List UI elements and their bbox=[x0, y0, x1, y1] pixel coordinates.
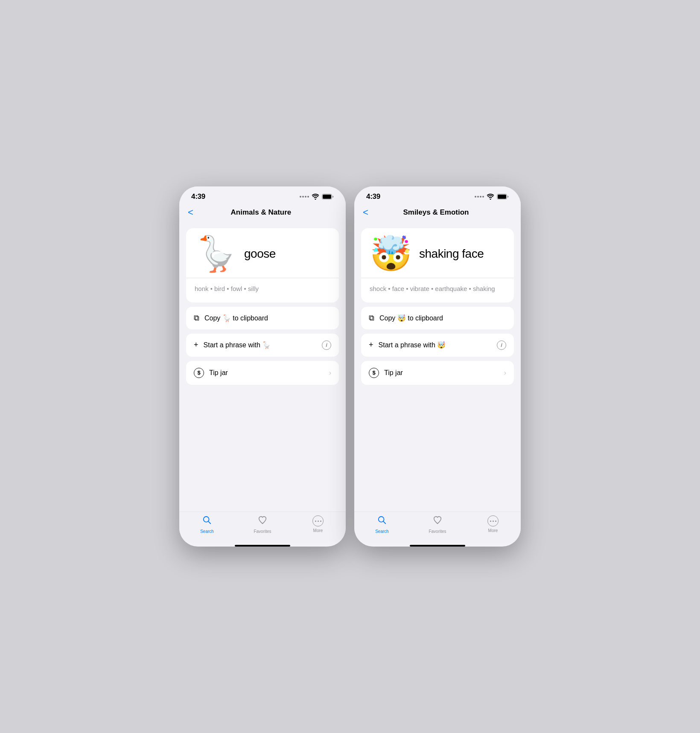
info-icon-left[interactable]: i bbox=[322, 340, 331, 350]
tip-jar-right[interactable]: $ Tip jar › bbox=[361, 361, 514, 385]
tab-favorites-right[interactable]: Favorites bbox=[410, 515, 465, 534]
svg-line-7 bbox=[383, 521, 385, 524]
tab-bar-right: Search Favorites More bbox=[354, 512, 521, 542]
svg-rect-1 bbox=[323, 195, 331, 199]
emoji-name-left: goose bbox=[244, 247, 276, 261]
copy-text-right: Copy 🤯 to clipboard bbox=[379, 314, 506, 322]
tab-bar-left: Search Favorites More bbox=[179, 512, 346, 542]
emoji-name-right: shaking face bbox=[419, 247, 484, 261]
nav-bar-right: < Smileys & Emotion bbox=[354, 204, 521, 223]
home-indicator-right bbox=[410, 545, 465, 547]
tip-jar-text-left: Tip jar bbox=[209, 369, 324, 377]
tab-favorites-left[interactable]: Favorites bbox=[235, 515, 290, 534]
copy-button-right[interactable]: ⧉ Copy 🤯 to clipboard bbox=[361, 307, 514, 329]
back-button-right[interactable]: < bbox=[363, 205, 372, 220]
plus-icon-left: + bbox=[194, 340, 198, 349]
battery-icon bbox=[322, 194, 334, 200]
wifi-icon-right bbox=[487, 194, 494, 200]
phrase-button-left[interactable]: + Start a phrase with 🪿 i bbox=[186, 334, 339, 357]
svg-line-3 bbox=[208, 521, 210, 524]
copy-icon-right: ⧉ bbox=[369, 314, 374, 323]
info-icon-right[interactable]: i bbox=[497, 340, 506, 350]
emoji-card-left: 🪿 goose honk • bird • fowl • silly bbox=[186, 228, 339, 303]
tab-more-label-left: More bbox=[313, 528, 323, 533]
page-title-left: Animals & Nature bbox=[197, 208, 325, 217]
status-icons-left bbox=[300, 194, 334, 200]
copy-icon-left: ⧉ bbox=[194, 314, 199, 323]
page-title-right: Smileys & Emotion bbox=[372, 208, 500, 217]
chevron-icon-right: › bbox=[504, 369, 506, 377]
phrase-text-left: Start a phrase with 🪿 bbox=[204, 341, 317, 349]
tags-left: honk • bird • fowl • silly bbox=[195, 278, 330, 294]
tab-search-label-right: Search bbox=[375, 529, 389, 534]
dollar-icon-right: $ bbox=[369, 368, 379, 378]
status-time-right: 4:39 bbox=[366, 192, 380, 201]
emoji-main-row-left: 🪿 goose bbox=[195, 237, 330, 271]
tab-more-right[interactable]: More bbox=[465, 515, 521, 534]
search-tab-icon-left bbox=[202, 515, 212, 527]
tab-search-left[interactable]: Search bbox=[179, 515, 235, 534]
search-tab-icon-right bbox=[377, 515, 387, 527]
signal-icon bbox=[300, 196, 309, 198]
tab-search-right[interactable]: Search bbox=[354, 515, 410, 534]
right-phone: 4:39 < Smileys & Emotion 🤯 shaking face bbox=[354, 186, 521, 547]
plus-icon-right: + bbox=[369, 340, 373, 349]
copy-text-left: Copy 🪿 to clipboard bbox=[204, 314, 331, 322]
emoji-display-right: 🤯 bbox=[370, 237, 412, 271]
tab-more-left[interactable]: More bbox=[290, 515, 346, 534]
dollar-icon-left: $ bbox=[194, 368, 204, 378]
tab-favorites-label-left: Favorites bbox=[254, 529, 271, 534]
more-tab-icon-right bbox=[487, 515, 499, 526]
more-tab-icon-left bbox=[312, 515, 324, 526]
phrase-button-right[interactable]: + Start a phrase with 🤯 i bbox=[361, 334, 514, 357]
phrase-text-right: Start a phrase with 🤯 bbox=[379, 341, 492, 349]
content-right: 🤯 shaking face shock • face • vibrate • … bbox=[354, 223, 521, 512]
battery-icon-right bbox=[497, 194, 509, 200]
heart-tab-icon-left bbox=[258, 515, 267, 527]
left-phone: 4:39 < Animals & Nature 🪿 goose bbox=[179, 186, 346, 547]
home-indicator-left bbox=[235, 545, 290, 547]
tags-right: shock • face • vibrate • earthquake • sh… bbox=[370, 278, 505, 294]
tip-jar-left[interactable]: $ Tip jar › bbox=[186, 361, 339, 385]
heart-tab-icon-right bbox=[433, 515, 442, 527]
status-icons-right bbox=[475, 194, 509, 200]
status-bar-left: 4:39 bbox=[179, 186, 346, 204]
copy-button-left[interactable]: ⧉ Copy 🪿 to clipboard bbox=[186, 307, 339, 329]
status-bar-right: 4:39 bbox=[354, 186, 521, 204]
wifi-icon bbox=[312, 194, 319, 200]
content-left: 🪿 goose honk • bird • fowl • silly ⧉ Cop… bbox=[179, 223, 346, 512]
svg-rect-5 bbox=[498, 195, 506, 199]
emoji-main-row-right: 🤯 shaking face bbox=[370, 237, 505, 271]
back-button-left[interactable]: < bbox=[188, 205, 197, 220]
emoji-card-right: 🤯 shaking face shock • face • vibrate • … bbox=[361, 228, 514, 303]
status-time-left: 4:39 bbox=[191, 192, 205, 201]
signal-icon-right bbox=[475, 196, 484, 198]
chevron-icon-left: › bbox=[329, 369, 331, 377]
tab-search-label-left: Search bbox=[200, 529, 214, 534]
tab-favorites-label-right: Favorites bbox=[429, 529, 446, 534]
emoji-display-left: 🪿 bbox=[195, 237, 237, 271]
tip-jar-text-right: Tip jar bbox=[384, 369, 499, 377]
tab-more-label-right: More bbox=[488, 528, 498, 533]
nav-bar-left: < Animals & Nature bbox=[179, 204, 346, 223]
